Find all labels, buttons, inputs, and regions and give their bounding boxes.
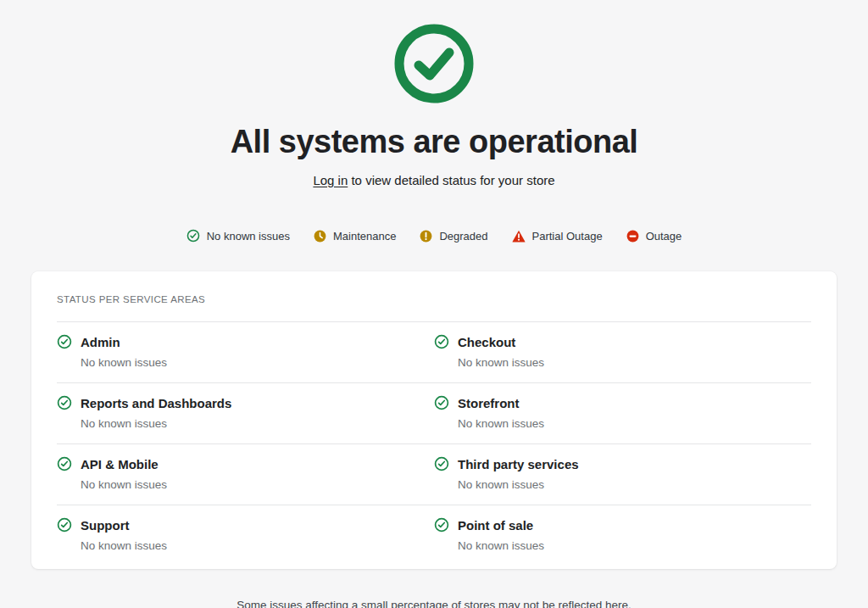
service-status: No known issues	[81, 417, 434, 430]
log-in-link[interactable]: Log in	[313, 173, 348, 187]
service-reports-and-dashboards: Reports and Dashboards No known issues	[57, 395, 434, 430]
service-status: No known issues	[458, 478, 811, 491]
no-known-issues-icon	[186, 229, 200, 243]
service-ok-icon	[57, 517, 72, 533]
hero-section: All systems are operational Log in to vi…	[0, 0, 868, 187]
service-point-of-sale: Point of sale No known issues	[434, 517, 811, 552]
legend-label: Partial Outage	[532, 230, 603, 243]
service-storefront: Storefront No known issues	[434, 395, 811, 430]
service-ok-icon	[434, 517, 449, 533]
outage-icon	[626, 230, 639, 243]
service-name: Checkout	[458, 335, 515, 349]
service-support: Support No known issues	[57, 517, 434, 552]
service-row: Admin No known issues Checkout No known …	[57, 322, 811, 383]
login-subtitle: Log in to view detailed status for your …	[0, 173, 868, 187]
legend-label: Degraded	[439, 230, 487, 243]
service-ok-icon	[57, 456, 72, 471]
all-operational-check-icon	[394, 24, 474, 103]
partial-outage-icon	[512, 230, 526, 243]
service-name: Storefront	[458, 396, 520, 410]
status-legend: No known issues Maintenance Degraded Par…	[0, 229, 868, 243]
service-ok-icon	[434, 456, 449, 471]
service-admin: Admin No known issues	[57, 334, 434, 369]
service-status: No known issues	[458, 539, 811, 552]
service-status: No known issues	[81, 478, 434, 491]
service-name: Support	[81, 518, 130, 533]
service-status: No known issues	[81, 539, 434, 552]
service-ok-icon	[434, 334, 449, 349]
service-ok-icon	[57, 395, 72, 410]
service-status: No known issues	[458, 356, 811, 369]
legend-item-partial-outage: Partial Outage	[512, 230, 603, 243]
page-title: All systems are operational	[0, 124, 868, 160]
service-name: Third party services	[458, 457, 579, 471]
service-status: No known issues	[81, 356, 434, 369]
service-status: No known issues	[458, 417, 811, 430]
service-name: Point of sale	[458, 518, 533, 533]
service-api-mobile: API & Mobile No known issues	[57, 456, 434, 491]
legend-label: Outage	[646, 230, 682, 243]
legend-item-outage: Outage	[626, 230, 682, 243]
service-name: API & Mobile	[81, 457, 159, 471]
legend-item-maintenance: Maintenance	[314, 230, 396, 243]
legend-label: No known issues	[207, 230, 290, 243]
service-row: Reports and Dashboards No known issues S…	[57, 383, 811, 444]
service-row: API & Mobile No known issues Third party…	[57, 444, 811, 505]
service-ok-icon	[57, 334, 72, 349]
legend-label: Maintenance	[333, 230, 396, 243]
card-header: STATUS PER SERVICE AREAS	[57, 271, 811, 322]
degraded-icon	[420, 230, 432, 243]
legend-item-degraded: Degraded	[420, 230, 487, 243]
service-name: Admin	[81, 335, 120, 349]
legend-item-no-known-issues: No known issues	[186, 229, 290, 243]
service-ok-icon	[434, 395, 449, 410]
service-row: Support No known issues Point of sale No…	[57, 505, 811, 569]
status-card: STATUS PER SERVICE AREAS Admin No known …	[31, 271, 837, 569]
maintenance-icon	[314, 230, 326, 243]
service-name: Reports and Dashboards	[81, 396, 231, 410]
footer-disclaimer: Some issues affecting a small percentage…	[0, 599, 868, 608]
service-third-party-services: Third party services No known issues	[434, 456, 811, 491]
login-subtitle-text: to view detailed status for your store	[348, 173, 554, 187]
service-checkout: Checkout No known issues	[434, 334, 811, 369]
